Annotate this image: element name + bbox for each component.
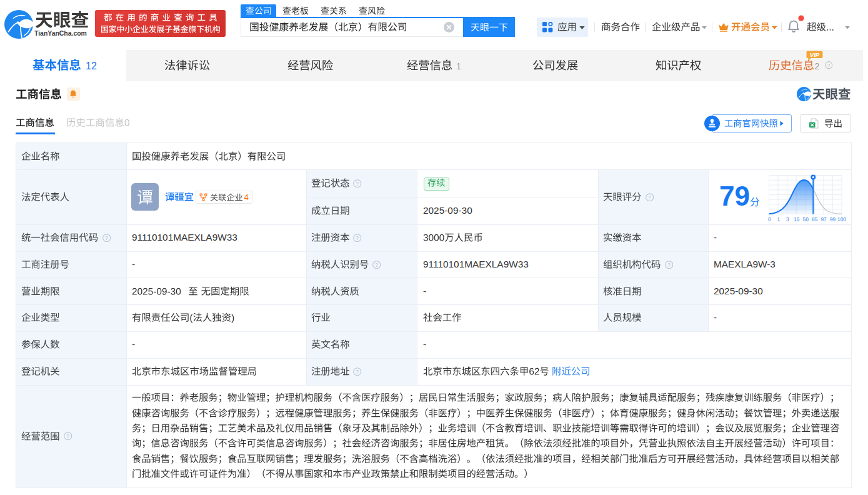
svg-text:?: ?	[66, 433, 69, 439]
svg-text:?: ?	[648, 194, 651, 200]
svg-text:?: ?	[827, 62, 831, 68]
svg-text:?: ?	[356, 235, 359, 241]
svg-text:VIP: VIP	[810, 51, 820, 58]
svg-text:?: ?	[356, 181, 359, 187]
svg-text:?: ?	[356, 369, 359, 375]
svg-text:?: ?	[667, 261, 671, 268]
svg-text:?: ?	[105, 235, 108, 241]
svg-text:?: ?	[376, 261, 379, 268]
